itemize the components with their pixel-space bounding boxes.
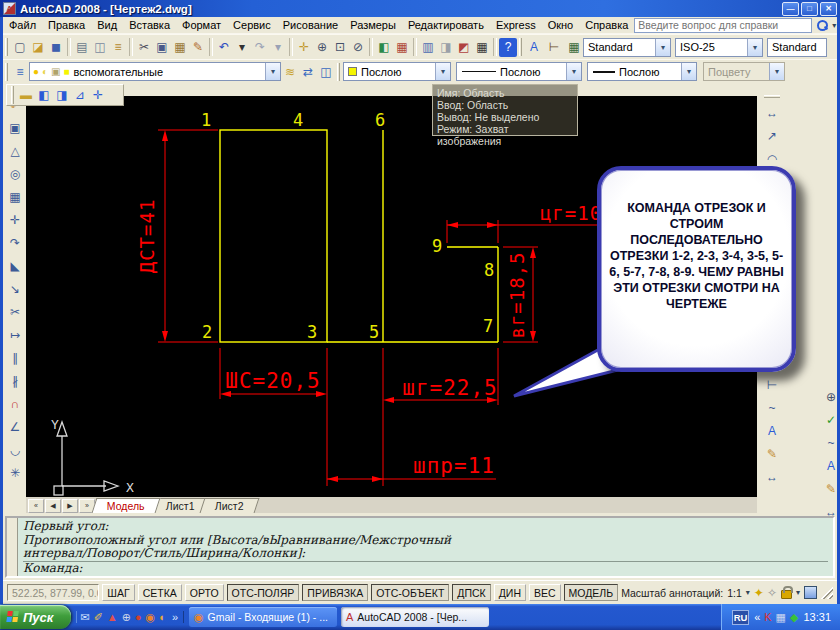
coordinates-readout[interactable]: 522.25, 877.99, 0.00 bbox=[7, 584, 99, 601]
list-icon[interactable]: ✛ bbox=[89, 86, 107, 105]
toggle-model[interactable]: МОДЕЛЬ bbox=[564, 584, 619, 601]
designcenter-icon[interactable]: ▦ bbox=[393, 38, 411, 57]
zoom-window-icon[interactable]: ⊡ bbox=[331, 38, 349, 57]
properties-icon[interactable]: ◧ bbox=[375, 38, 393, 57]
menu-item[interactable]: Вставка bbox=[123, 18, 176, 32]
combo-arrow-icon[interactable]: ▾ bbox=[265, 63, 280, 80]
cut-icon[interactable]: ✂ bbox=[135, 38, 153, 57]
help-icon[interactable]: ? bbox=[499, 38, 517, 57]
zoom-realtime-icon[interactable]: ⊕ bbox=[313, 38, 331, 57]
menu-item[interactable]: Редактировать bbox=[402, 18, 490, 32]
stretch-icon[interactable]: ↘ bbox=[6, 277, 25, 300]
menu-item[interactable]: Вид bbox=[91, 18, 123, 32]
trim-icon[interactable]: ✂ bbox=[6, 300, 25, 323]
ql-person-icon[interactable]: ▲ bbox=[107, 612, 118, 623]
layer-manager-icon[interactable]: ≡ bbox=[11, 62, 29, 81]
new-file-icon[interactable]: ▢ bbox=[11, 38, 29, 57]
dimension-update-icon[interactable]: ↔ bbox=[763, 465, 782, 488]
ql-mail-icon[interactable]: ✉ bbox=[80, 612, 89, 623]
menu-item[interactable]: Файл bbox=[3, 18, 42, 32]
aligned-dimension-icon[interactable]: ↗ bbox=[763, 124, 782, 147]
command-box[interactable]: Первый угол:Противоположный угол или [Вы… bbox=[5, 516, 835, 578]
combo-arrow-icon[interactable]: ▾ bbox=[681, 63, 696, 80]
ql-pencil-icon[interactable]: ✐ bbox=[94, 612, 103, 623]
fillet-icon[interactable]: ◡ bbox=[6, 438, 25, 461]
explode-icon[interactable]: ✳ bbox=[6, 461, 25, 484]
toggle-shag[interactable]: ШАГ bbox=[102, 584, 134, 601]
offset-icon[interactable]: ◎ bbox=[6, 162, 25, 185]
ql-media-icon[interactable]: ● bbox=[135, 612, 142, 623]
toggle-privyazka[interactable]: ПРИВЯЗКА bbox=[302, 584, 368, 601]
separator[interactable] bbox=[369, 38, 373, 56]
separator[interactable] bbox=[493, 38, 497, 56]
menu-item[interactable]: Сервис bbox=[227, 18, 277, 32]
annotation-scale-dropdown-icon[interactable]: ▾ bbox=[746, 588, 750, 597]
menu-item[interactable]: Окно bbox=[542, 18, 580, 32]
tray-network-icon[interactable]: ▦ bbox=[776, 612, 786, 623]
publish-icon[interactable]: ≡ bbox=[109, 38, 127, 57]
quick-launch-overflow-icon[interactable]: » bbox=[170, 611, 180, 623]
make-object-layer-icon[interactable]: ≋ bbox=[281, 62, 299, 81]
linear-dimension-icon[interactable]: ↔ bbox=[763, 101, 782, 124]
toggle-ots-obekt[interactable]: ОТС-ОБЪЕКТ bbox=[371, 584, 449, 601]
menu-item[interactable]: Express bbox=[490, 18, 542, 32]
search-icon[interactable] bbox=[815, 18, 829, 32]
quickcalc-icon[interactable]: ▦ bbox=[473, 38, 491, 57]
mass-properties-icon[interactable]: ⊿ bbox=[71, 86, 89, 105]
toolbar-grip[interactable] bbox=[5, 63, 8, 81]
toolbar-grip[interactable] bbox=[5, 38, 8, 56]
toolbar-grip[interactable] bbox=[764, 95, 780, 98]
menu-item[interactable]: Рисование bbox=[277, 18, 344, 32]
move-icon[interactable]: ✛ bbox=[6, 208, 25, 231]
tab-model[interactable]: Модель bbox=[92, 498, 161, 513]
redo-icon[interactable]: ↷ bbox=[251, 38, 269, 57]
tray-collapse-icon[interactable]: « bbox=[754, 612, 760, 623]
ordinate-dimension-icon[interactable]: ⊢ bbox=[763, 373, 782, 396]
save-icon[interactable]: ◼ bbox=[47, 38, 65, 57]
rotate-icon[interactable]: ↷ bbox=[6, 231, 25, 254]
color-combo[interactable]: Послою ▾ bbox=[343, 62, 451, 81]
toolbar-grip[interactable] bbox=[337, 63, 340, 81]
plot-icon[interactable]: ▤ bbox=[73, 38, 91, 57]
annotation-scale-value[interactable]: 1:1 bbox=[727, 587, 742, 599]
mirror-icon[interactable]: △ bbox=[6, 139, 25, 162]
menu-item[interactable]: Правка bbox=[42, 18, 91, 32]
redo-dropdown-icon[interactable]: ▾ bbox=[269, 38, 287, 57]
maximize-button[interactable]: □ bbox=[801, 2, 818, 16]
plot-preview-icon[interactable]: ◫ bbox=[91, 38, 109, 57]
menu-item[interactable]: Справка bbox=[579, 18, 634, 32]
toggle-ves[interactable]: ВЕС bbox=[529, 584, 561, 601]
separator[interactable] bbox=[209, 38, 213, 56]
distance-icon[interactable]: ▬ bbox=[17, 86, 35, 105]
array-icon[interactable]: ▦ bbox=[6, 185, 25, 208]
copy-object-icon[interactable]: ▣ bbox=[6, 116, 25, 139]
ql-firefox-icon[interactable]: ◉ bbox=[146, 612, 156, 623]
undo-icon[interactable]: ↶ bbox=[215, 38, 233, 57]
ql-player-icon[interactable]: ◐ bbox=[159, 612, 166, 623]
annotation-autoscale-icon[interactable]: ✧ bbox=[767, 586, 777, 600]
block-editor-icon[interactable]: ◩ bbox=[455, 38, 473, 57]
command-prompt[interactable]: Команда: bbox=[23, 562, 828, 576]
pan-icon[interactable]: ✛ bbox=[295, 38, 313, 57]
break-point-icon[interactable]: ∥ bbox=[6, 346, 25, 369]
match-properties-icon[interactable]: ✎ bbox=[189, 38, 207, 57]
paste-icon[interactable]: ▦ bbox=[171, 38, 189, 57]
area-icon[interactable]: ◧ bbox=[35, 86, 53, 105]
region-icon[interactable]: ◨ bbox=[53, 86, 71, 105]
chamfer-icon[interactable]: ∠ bbox=[6, 415, 25, 438]
start-button[interactable]: Пуск bbox=[0, 605, 71, 629]
tray-kaspersky-icon[interactable]: K bbox=[764, 612, 771, 623]
annotation-visibility-icon[interactable]: ✦ bbox=[754, 586, 764, 600]
table-style-icon[interactable]: ▦ bbox=[565, 38, 583, 57]
table-style-combo[interactable]: Standard bbox=[767, 38, 827, 57]
linetype-combo[interactable]: Послою ▾ bbox=[456, 62, 582, 81]
lock-dropdown-icon[interactable]: ▾ bbox=[796, 588, 800, 597]
combo-arrow-icon[interactable]: ▾ bbox=[747, 39, 762, 56]
dimension-text-icon[interactable]: A bbox=[763, 419, 782, 442]
minimize-button[interactable]: — bbox=[782, 2, 799, 16]
snap-magnet-icon[interactable]: ∩ bbox=[6, 392, 25, 415]
title-bar[interactable]: A AutoCAD 2008 - [Чертеж2.dwg] —□✕ bbox=[0, 0, 840, 17]
toggle-setka[interactable]: СЕТКА bbox=[138, 584, 182, 601]
markup-icon[interactable]: ◨ bbox=[437, 38, 455, 57]
toggle-dpsk[interactable]: ДПСК bbox=[452, 584, 490, 601]
